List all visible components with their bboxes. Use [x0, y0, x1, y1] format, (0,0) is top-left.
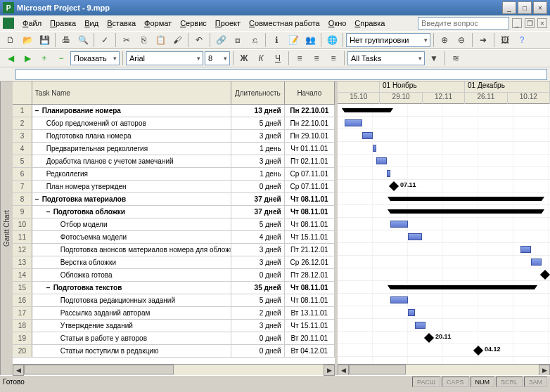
table-row[interactable]: 11Фотосъемка модели4 днейЧт 15.11.01	[13, 231, 335, 244]
summary-bar[interactable]	[390, 209, 542, 214]
unlink-button[interactable]: ⧈	[230, 32, 245, 48]
help-search-input[interactable]	[418, 17, 509, 30]
gantt-row[interactable]	[338, 281, 550, 294]
gantt-row[interactable]	[338, 294, 550, 306]
duration-cell[interactable]: 5 дней	[231, 218, 284, 230]
start-cell[interactable]: Чт 08.11.01	[285, 282, 335, 294]
duration-cell[interactable]: 37 дней	[231, 193, 284, 205]
task-bar[interactable]	[520, 246, 531, 253]
paste-button[interactable]: 📋	[153, 32, 168, 48]
menu-файл[interactable]: Файл	[18, 18, 46, 29]
table-row[interactable]: 20Статьи поступили в редакцию0 днейВт 04…	[13, 345, 335, 358]
row-number[interactable]: 20	[13, 345, 32, 357]
gantt-row[interactable]	[338, 129, 550, 142]
gantt-row[interactable]: 20.11	[338, 332, 550, 344]
row-number[interactable]: 9	[13, 206, 32, 218]
task-name-cell[interactable]: Доработка планов с учетом замечаний	[32, 155, 231, 167]
zoom-in-button[interactable]: ⊕	[437, 32, 452, 48]
print-button[interactable]: 🖶	[58, 32, 74, 48]
filter-combo[interactable]: All Tasks	[347, 51, 425, 65]
scroll-right-icon[interactable]: ▶	[324, 365, 335, 376]
spellcheck-button[interactable]: ✓	[97, 32, 113, 48]
gantt-row[interactable]	[338, 256, 550, 268]
table-row[interactable]: 4Предварительная редколлегия1 деньЧт 01.…	[13, 143, 335, 155]
table-row[interactable]: 9Подготовка обложки37 днейЧт 08.11.01	[13, 206, 335, 218]
menu-формат[interactable]: Формат	[140, 18, 176, 29]
row-number[interactable]: 1	[13, 105, 32, 117]
row-number[interactable]: 13	[13, 256, 32, 268]
grouping-combo[interactable]: Нет группировки	[346, 33, 430, 47]
maximize-button[interactable]: □	[518, 1, 532, 14]
table-row[interactable]: 16Подготовка редакционных заданий5 днейЧ…	[13, 294, 335, 307]
task-name-cell[interactable]: Сбор предложений от авторов	[32, 117, 231, 129]
gantt-row[interactable]	[338, 104, 550, 117]
doc-min-button[interactable]: _	[512, 18, 522, 28]
duration-cell[interactable]: 3 дней	[231, 130, 284, 142]
duration-cell[interactable]: 0 дней	[231, 345, 284, 357]
gantt-row[interactable]	[338, 268, 550, 281]
task-bar[interactable]	[390, 221, 408, 228]
duration-cell[interactable]: 0 дней	[231, 269, 284, 281]
gantt-row[interactable]	[338, 117, 550, 129]
goto-task-button[interactable]: ➜	[475, 32, 491, 48]
summary-bar[interactable]	[390, 197, 542, 201]
row-number[interactable]: 11	[13, 231, 32, 243]
doc-close-button[interactable]: ×	[537, 18, 547, 28]
gantt-row[interactable]	[338, 243, 550, 256]
table-row[interactable]: 1Планирование номера13 днейПн 22.10.01	[13, 105, 335, 117]
gantt-row[interactable]	[338, 142, 550, 155]
col-duration[interactable]: Длительность	[231, 81, 284, 104]
gantt-row[interactable]	[338, 155, 550, 167]
show-minus-button[interactable]: −	[53, 51, 69, 66]
task-name-cell[interactable]: Подготовка редакционных заданий	[32, 294, 232, 306]
bold-button[interactable]: Ж	[236, 51, 252, 66]
grid-hscroll[interactable]: ◀ ▶	[13, 364, 335, 375]
start-cell[interactable]: Пн 22.10.01	[285, 105, 335, 117]
table-row[interactable]: 18Утверждение заданий3 днейЧт 15.11.01	[13, 320, 335, 332]
task-name-cell[interactable]: Подготовка анонсов материалов номера для…	[32, 244, 232, 256]
task-name-cell[interactable]: План номера утвержден	[32, 181, 231, 192]
minimize-button[interactable]: _	[502, 1, 516, 14]
task-name-cell[interactable]: Статьи поступили в редакцию	[32, 345, 232, 357]
row-header-corner[interactable]	[13, 81, 32, 104]
menu-вставка[interactable]: Вставка	[103, 18, 140, 29]
milestone-icon[interactable]	[540, 270, 550, 280]
align-center-button[interactable]: ≡	[309, 51, 324, 66]
underline-button[interactable]: Ч	[270, 51, 286, 66]
save-button[interactable]: 💾	[37, 32, 52, 48]
row-number[interactable]: 17	[13, 307, 32, 319]
row-number[interactable]: 2	[13, 117, 32, 129]
italic-button[interactable]: К	[253, 51, 269, 66]
split-button[interactable]: ⎌	[247, 32, 262, 48]
entry-field[interactable]	[15, 69, 547, 80]
task-bar[interactable]	[387, 170, 390, 177]
task-name-cell[interactable]: Планирование номера	[32, 105, 231, 117]
gantt-row[interactable]: 04.12	[338, 344, 550, 357]
zoom-out-button[interactable]: ⊖	[454, 32, 469, 48]
start-cell[interactable]: Пт 28.12.01	[285, 269, 335, 281]
doc-restore-button[interactable]: ❐	[525, 18, 535, 28]
gantt-body[interactable]: 07.1120.1104.12	[338, 104, 550, 364]
table-row[interactable]: 7План номера утвержден0 днейСр 07.11.01	[13, 181, 335, 193]
task-name-cell[interactable]: Обложка готова	[32, 269, 232, 281]
gantt-row[interactable]	[338, 218, 550, 230]
table-row[interactable]: 17Рассылка заданий авторам2 днейВт 13.11…	[13, 307, 335, 320]
gantt-row[interactable]	[338, 192, 550, 205]
show-plus-button[interactable]: +	[37, 51, 52, 66]
duration-cell[interactable]: 3 дней	[231, 155, 284, 167]
open-button[interactable]: 📂	[20, 32, 35, 48]
notes-button[interactable]: 📝	[286, 32, 301, 48]
duration-cell[interactable]: 3 дней	[231, 256, 284, 268]
task-bar[interactable]	[362, 132, 373, 139]
task-name-cell[interactable]: Рассылка заданий авторам	[32, 307, 232, 319]
duration-cell[interactable]: 0 дней	[231, 332, 284, 344]
task-bar[interactable]	[408, 233, 422, 240]
task-name-cell[interactable]: Статьи в работе у авторов	[32, 332, 232, 344]
table-row[interactable]: 5Доработка планов с учетом замечаний3 дн…	[13, 155, 335, 168]
task-name-cell[interactable]: Подготовка плана номера	[32, 130, 231, 142]
menu-проект[interactable]: Проект	[211, 18, 245, 29]
table-row[interactable]: 19Статьи в работе у авторов0 днейВт 20.1…	[13, 332, 335, 345]
task-bar[interactable]	[408, 309, 415, 316]
row-number[interactable]: 7	[13, 181, 32, 192]
task-name-cell[interactable]: Фотосъемка модели	[32, 231, 232, 243]
